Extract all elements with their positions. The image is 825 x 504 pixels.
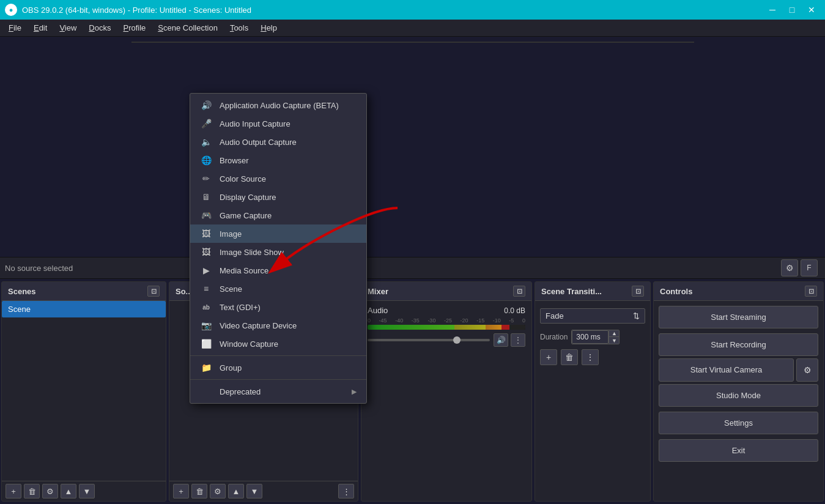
ctx-color-source[interactable]: ✏ Color Source xyxy=(190,169,366,188)
audio-label-row: Audio 0.0 dB xyxy=(368,306,525,315)
scenes-panel-icon-btn[interactable]: ⊡ xyxy=(147,286,160,297)
filter-button[interactable]: F xyxy=(801,259,818,276)
menu-scene-collection[interactable]: Scene Collection xyxy=(152,21,224,35)
menu-bar: File Edit View Docks Profile Scene Colle… xyxy=(0,20,825,37)
text-gdi-icon: ab xyxy=(200,302,212,312)
start-recording-button[interactable]: Start Recording xyxy=(659,333,818,356)
start-virtual-camera-button[interactable]: Start Virtual Camera xyxy=(659,358,794,382)
more-source-button[interactable]: ⋮ xyxy=(338,484,354,498)
scenes-panel-header: Scenes ⊡ xyxy=(2,282,166,301)
controls-panel-icon-btn[interactable]: ⊡ xyxy=(805,286,817,297)
ctx-game-capture-label: Game Capture xyxy=(220,211,272,220)
scenes-title: Scenes xyxy=(8,287,36,296)
studio-mode-button[interactable]: Studio Mode xyxy=(659,384,818,407)
ctx-window-capture[interactable]: ⬜ Window Capture xyxy=(190,335,366,353)
audio-input-icon: 🎤 xyxy=(200,119,212,128)
more-transition-button[interactable]: ⋮ xyxy=(582,349,599,365)
ctx-audio-input[interactable]: 🎤 Audio Input Capture xyxy=(190,114,366,133)
exit-button[interactable]: Exit xyxy=(659,439,818,462)
window-title: OBS 29.0.2 (64-bit, windows) - Profile: … xyxy=(22,6,764,15)
no-source-label: No source selected xyxy=(5,264,781,273)
controls-panel-icons: ⊡ xyxy=(805,286,817,297)
start-streaming-button[interactable]: Start Streaming xyxy=(659,306,818,328)
chevron-up-down-icon: ⇅ xyxy=(633,311,640,321)
ctx-game-capture[interactable]: 🎮 Game Capture xyxy=(190,206,366,224)
preview-row xyxy=(0,37,825,257)
controls-title: Controls xyxy=(660,287,692,296)
remove-transition-button[interactable]: 🗑 xyxy=(561,349,578,365)
duration-row: Duration 300 ms ▲ ▼ xyxy=(540,327,645,347)
virtual-camera-gear-button[interactable]: ⚙ xyxy=(796,358,818,382)
volume-thumb[interactable] xyxy=(453,336,461,344)
ctx-display-capture[interactable]: 🖥 Display Capture xyxy=(190,188,366,206)
ctx-audio-input-label: Audio Input Capture xyxy=(220,119,290,128)
video-capture-icon: 📷 xyxy=(200,321,212,330)
deprecated-arrow-icon: ▶ xyxy=(352,388,357,396)
mixer-controls: 🔊 ⋮ xyxy=(494,333,525,347)
mixer-panel-icons: ⊡ xyxy=(513,286,525,297)
preview-canvas[interactable] xyxy=(131,42,694,43)
ctx-video-capture[interactable]: 📷 Video Capture Device xyxy=(190,316,366,335)
duration-up-button[interactable]: ▲ xyxy=(609,330,619,337)
image-icon: 🖼 xyxy=(200,229,212,239)
ctx-audio-output[interactable]: 🔈 Audio Output Capture xyxy=(190,133,366,151)
mute-button[interactable]: 🔊 xyxy=(494,333,508,347)
meter-label-9: -5 xyxy=(509,317,514,324)
mixer-panel-icon-btn[interactable]: ⊡ xyxy=(513,286,525,297)
add-scene-button[interactable]: + xyxy=(6,484,21,498)
volume-slider[interactable] xyxy=(368,339,490,341)
meter-label-10: 0 xyxy=(522,317,525,324)
remove-scene-button[interactable]: 🗑 xyxy=(24,484,40,498)
remove-source-button[interactable]: 🗑 xyxy=(191,484,207,498)
filter-scene-button[interactable]: ⚙ xyxy=(42,484,58,498)
audio-label: Audio xyxy=(368,306,388,315)
ctx-group[interactable]: 📁 Group xyxy=(190,358,366,377)
meter-red xyxy=(501,325,509,330)
ctx-media-source[interactable]: ▶ Media Source xyxy=(190,261,366,280)
ctx-app-audio[interactable]: 🔊 Application Audio Capture (BETA) xyxy=(190,96,366,114)
ctx-image-slideshow-label: Image Slide Show xyxy=(220,248,284,257)
menu-tools[interactable]: Tools xyxy=(224,21,254,35)
source-gear-button[interactable]: ⚙ xyxy=(781,259,798,276)
menu-help[interactable]: Help xyxy=(254,21,283,35)
meter-green xyxy=(368,325,454,330)
status-area: No source selected ⚙ F xyxy=(0,257,825,279)
ctx-text-gdi[interactable]: ab Text (GDI+) xyxy=(190,298,366,316)
meter-label-6: -20 xyxy=(461,317,468,324)
add-source-button[interactable]: + xyxy=(173,484,189,498)
maximize-button[interactable]: □ xyxy=(783,4,801,16)
mixer-panel: Mixer ⊡ Audio 0.0 dB 0 -45 -40 -3 xyxy=(361,281,532,502)
close-button[interactable]: ✕ xyxy=(803,4,820,16)
transition-panel-icon-btn[interactable]: ⊡ xyxy=(632,286,644,297)
add-transition-button[interactable]: + xyxy=(540,349,557,365)
controls-panel-header: Controls ⊡ xyxy=(654,282,823,301)
minimize-button[interactable]: ─ xyxy=(764,4,781,16)
fade-select[interactable]: Fade ⇅ xyxy=(540,308,645,324)
menu-view[interactable]: View xyxy=(53,21,83,35)
title-bar: ● OBS 29.0.2 (64-bit, windows) - Profile… xyxy=(0,0,825,20)
move-up-scene-button[interactable]: ▲ xyxy=(61,484,76,498)
duration-value[interactable]: 300 ms xyxy=(572,330,609,344)
move-down-scene-button[interactable]: ▼ xyxy=(79,484,95,498)
settings-button[interactable]: Settings xyxy=(659,412,818,434)
menu-profile[interactable]: Profile xyxy=(117,21,152,35)
ctx-deprecated[interactable]: Deprecated ▶ xyxy=(190,382,366,401)
menu-edit[interactable]: Edit xyxy=(28,21,53,35)
ctx-browser[interactable]: 🌐 Browser xyxy=(190,151,366,169)
filter-source-button[interactable]: ⚙ xyxy=(210,484,226,498)
duration-down-button[interactable]: ▼ xyxy=(609,337,619,344)
menu-file[interactable]: File xyxy=(2,21,28,35)
up-source-button[interactable]: ▲ xyxy=(228,484,244,498)
ctx-image-label: Image xyxy=(220,229,242,239)
down-source-button[interactable]: ▼ xyxy=(246,484,262,498)
transition-panel-icons: ⊡ xyxy=(632,286,644,297)
scenes-panel: Scenes ⊡ Scene + 🗑 ⚙ ▲ ▼ xyxy=(1,281,166,502)
scene-item[interactable]: Scene xyxy=(2,301,166,317)
media-source-icon: ▶ xyxy=(200,265,212,275)
menu-docks[interactable]: Docks xyxy=(83,21,117,35)
window-controls: ─ □ ✕ xyxy=(764,4,820,16)
mixer-more-button[interactable]: ⋮ xyxy=(511,333,525,347)
ctx-scene[interactable]: ≡ Scene xyxy=(190,280,366,298)
ctx-image[interactable]: 🖼 Image xyxy=(190,224,366,243)
ctx-image-slideshow[interactable]: 🖼 Image Slide Show xyxy=(190,243,366,261)
